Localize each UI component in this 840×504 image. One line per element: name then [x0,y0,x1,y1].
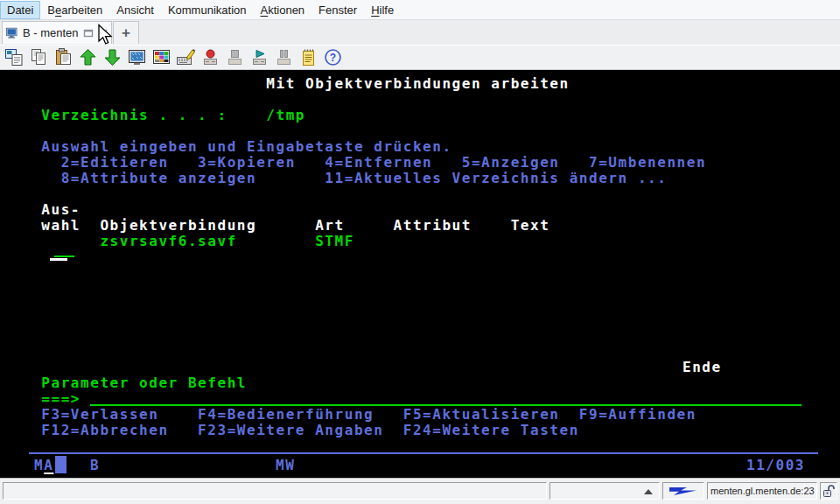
copy-icon[interactable] [28,47,49,68]
send-file-icon[interactable] [77,47,98,68]
scratchpad-icon[interactable] [298,47,318,68]
menu-label: arbeiten [61,4,102,17]
menu-item-fenster[interactable]: Fenster [312,1,364,19]
session-monitor-icon [6,27,18,39]
function-keys-1: F3=Verlassen F4=Bedienerführung F5=Aktua… [22,407,696,423]
screen-title: Mit Objektverbindungen arbeiten [22,76,570,92]
oia-system-available: MA [34,458,53,473]
new-tab-button[interactable]: + [113,21,139,44]
oia-cursor-block [55,456,66,473]
session-tab-label: B - menten [23,26,79,39]
oia-separator [29,452,818,454]
menu-label: Fenster [318,4,357,17]
connection-status-panel [662,482,704,500]
session-tab[interactable]: B - menten [2,21,112,44]
status-bar: menten.gl.menten.de:23 [0,478,840,504]
menu-item-bearbeiten[interactable]: Bearbeiten [40,1,109,19]
prompt-line: Auswahl eingeben und Eingabetaste drücke… [22,139,452,155]
tab-bar: B - menten + [0,20,840,46]
paste-icon[interactable] [52,47,74,68]
menu-item-aktionen[interactable]: Aktionen [254,1,312,19]
host-address-panel: menten.gl.menten.de:23 [707,482,817,500]
command-prompt: ===> [22,391,80,407]
oia-a: A [44,457,53,473]
oia-shift-indicator: B [90,458,100,473]
parameter-label: Parameter oder Befehl [22,375,247,391]
play-macro-icon[interactable] [248,47,270,68]
oia-m: M [34,457,44,473]
object-link-row[interactable]: zsvrsavf6.savf STMF [22,234,354,249]
lightning-bolt-icon [668,485,699,497]
column-header-1: Aus- [22,202,80,218]
display-settings-icon[interactable] [126,47,147,68]
function-keys-2: F12=Abbrechen F23=Weitere Angaben F24=We… [22,423,579,438]
color-map-icon[interactable] [150,47,172,68]
menu-label: Ansicht [116,4,154,17]
status-message-panel [3,482,547,500]
terminal-screen[interactable]: Mit Objektverbindungen arbeiten Verzeich… [0,70,840,478]
menu-item-datei[interactable]: Datei [0,1,40,19]
status-history-panel [550,482,660,500]
host-address: menten.gl.menten.de:23 [710,486,815,496]
menu-item-kommunikation[interactable]: Kommunikation [161,1,254,19]
oia-message-waiting: MW [276,458,295,473]
copy-all-icon[interactable] [4,47,24,68]
tab-restore-icon[interactable] [83,27,94,39]
menu-label: Kommunikation [168,4,247,17]
menu-label-mnemonic: H [371,4,379,17]
security-panel [820,482,837,500]
options-line-1: 2=Editieren 3=Kopieren 4=Entfernen 5=Anz… [22,155,706,171]
menu-item-hilfe[interactable]: Hilfe [364,1,401,19]
pause-macro-icon[interactable] [273,47,294,68]
menu-label: B [47,4,55,17]
directory-line: Verzeichnis . . . : /tmp [22,108,305,123]
receive-file-icon[interactable] [102,47,122,68]
stop-macro-icon[interactable] [224,47,245,68]
column-header-2: wahl Objektverbindung Art Attribut Text [22,218,550,234]
menu-label-mnemonic: A [261,4,269,17]
menu-label: Datei [7,4,33,17]
plus-icon: + [122,24,130,42]
keyboard-map-icon[interactable] [175,47,196,68]
menu-label: ilfe [380,4,395,17]
toolbar: ? [0,45,840,70]
help-icon[interactable]: ? [322,47,343,68]
text-cursor [50,258,67,261]
emulator-window: Datei Bearbeiten Ansicht Kommunikation A… [0,0,840,504]
options-line-2: 8=Attribute anzeigen 11=Aktuelles Verzei… [22,171,667,186]
oia-cursor-position: 11/003 [746,458,805,473]
menu-bar: Datei Bearbeiten Ansicht Kommunikation A… [0,0,840,20]
unlocked-padlock-icon [822,484,836,498]
svg-text:?: ? [329,52,335,64]
menu-label: ktionen [268,4,304,17]
record-macro-icon[interactable] [200,47,220,68]
tab-close-icon[interactable] [98,27,108,39]
selection-input-field[interactable] [54,256,74,257]
end-label: Ende [682,360,722,375]
history-up-arrow-icon[interactable] [644,489,653,494]
menu-item-ansicht[interactable]: Ansicht [109,1,161,19]
